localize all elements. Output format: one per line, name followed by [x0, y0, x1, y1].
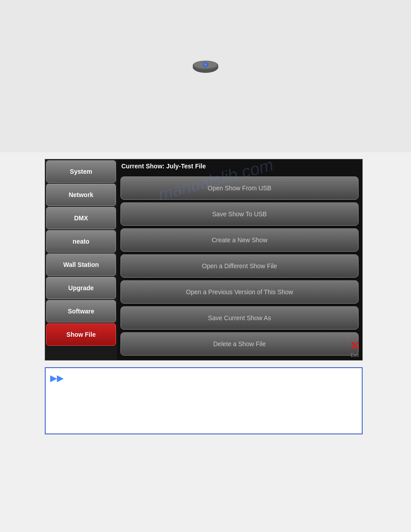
exit-icon: ✕: [350, 340, 360, 352]
sidebar-item-neato[interactable]: neato: [46, 230, 116, 253]
bottom-panel-arrow: ▶▶: [50, 373, 64, 383]
sidebar-item-network[interactable]: Network: [46, 184, 116, 206]
open-different-show-button[interactable]: Open a Different Show File: [120, 254, 359, 278]
create-new-show-button[interactable]: Create a New Show: [120, 228, 359, 252]
open-show-from-usb-button[interactable]: Open Show From USB: [120, 176, 359, 200]
content-area: Open Show From USB Save Show To USB Crea…: [117, 173, 362, 360]
bottom-panel: ▶▶: [45, 367, 363, 434]
sidebar-item-dmx[interactable]: DMX: [46, 207, 116, 229]
sidebar-item-system[interactable]: System: [46, 160, 116, 183]
sidebar-item-software[interactable]: Software: [46, 300, 116, 322]
current-show-title: Current Show: July-Test File: [121, 163, 206, 170]
exit-label: Exit: [351, 352, 359, 358]
sidebar-item-upgrade[interactable]: Upgrade: [46, 277, 116, 299]
open-previous-version-button[interactable]: Open a Previous Version of This Show: [120, 280, 359, 304]
sidebar-item-wall-station[interactable]: Wall Station: [46, 253, 116, 276]
sidebar-item-show-file[interactable]: Show File: [46, 323, 116, 346]
main-panel: Current Show: July-Test File System Netw…: [45, 159, 363, 360]
title-bar: Current Show: July-Test File: [117, 159, 362, 173]
delete-show-file-button[interactable]: Delete a Show File: [120, 332, 359, 356]
svg-point-4: [204, 63, 207, 66]
exit-button[interactable]: ✕ Exit: [350, 340, 360, 358]
device-icon: [192, 60, 219, 74]
top-area: [0, 0, 411, 152]
save-show-to-usb-button[interactable]: Save Show To USB: [120, 202, 359, 226]
save-current-show-as-button[interactable]: Save Current Show As: [120, 306, 359, 330]
sidebar: System Network DMX neato Wall Station Up…: [45, 159, 117, 360]
